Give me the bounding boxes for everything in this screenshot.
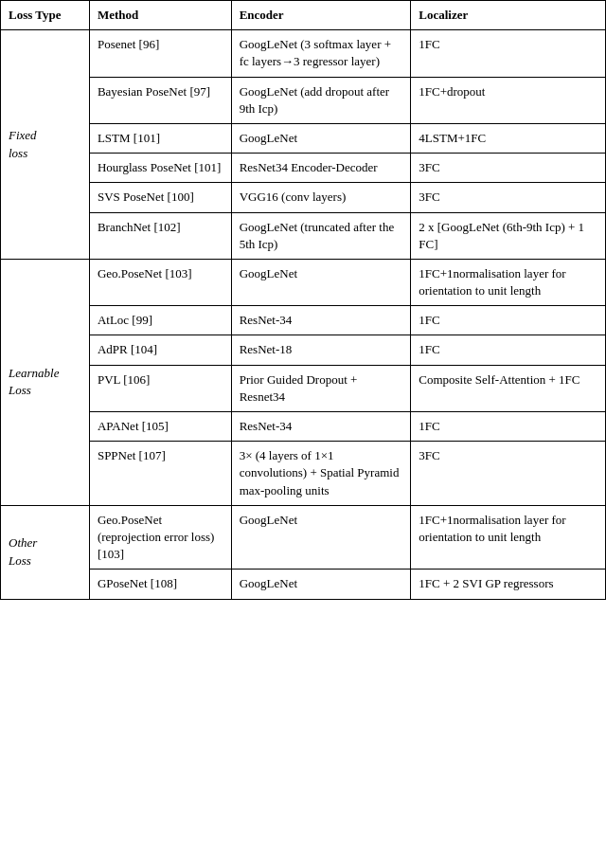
method-cell: Posenet [96] [89,30,231,77]
localizer-cell: 3FC [411,183,606,212]
encoder-cell: GoogLeNet [231,505,411,570]
localizer-cell: 3FC [411,442,606,506]
method-cell: SVS PoseNet [100] [89,183,231,212]
loss-type-cell: Fixedloss [1,30,90,260]
localizer-cell: 2 x [GoogLeNet (6th-9th Icp) + 1 FC] [411,212,606,259]
localizer-cell: 1FC+1normalisation layer for orientation… [411,505,606,570]
method-cell: LSTM [101] [89,123,231,153]
localizer-cell: 1FC [411,30,606,77]
encoder-cell: GoogLeNet [231,259,411,305]
loss-type-cell: OtherLoss [1,505,90,599]
loss-type-cell: LearnableLoss [1,259,90,505]
table-row: BranchNet [102]GoogLeNet (truncated afte… [1,212,606,259]
method-cell: AtLoc [99] [89,306,231,335]
table-row: AtLoc [99]ResNet-341FC [1,306,606,335]
localizer-cell: Composite Self-Attention + 1FC [411,365,606,411]
encoder-cell: Prior Guided Dropout + Resnet34 [231,365,411,411]
localizer-cell: 1FC [411,412,606,442]
table-row: SVS PoseNet [100]VGG16 (conv layers)3FC [1,183,606,212]
col-header-loss-type: Loss Type [1,1,90,30]
method-cell: AdPR [104] [89,335,231,365]
header-row: Loss Type Method Encoder Localizer [1,1,606,30]
col-header-method: Method [89,1,231,30]
method-cell: Geo.PoseNet (reprojection error loss) [1… [89,505,231,570]
encoder-cell: GoogLeNet [231,123,411,153]
encoder-cell: 3× (4 layers of 1×1 convolutions) + Spat… [231,442,411,506]
encoder-cell: GoogLeNet (truncated after the 5th Icp) [231,212,411,259]
encoder-cell: ResNet-34 [231,306,411,335]
method-cell: BranchNet [102] [89,212,231,259]
method-cell: Bayesian PoseNet [97] [89,77,231,123]
table-row: PVL [106]Prior Guided Dropout + Resnet34… [1,365,606,411]
table-row: APANet [105]ResNet-341FC [1,412,606,442]
localizer-cell: 3FC [411,154,606,183]
encoder-cell: GoogLeNet (3 softmax layer + fc layers→3… [231,30,411,77]
method-cell: Hourglass PoseNet [101] [89,154,231,183]
col-header-encoder: Encoder [231,1,411,30]
encoder-cell: ResNet-18 [231,335,411,365]
localizer-cell: 1FC+1normalisation layer for orientation… [411,259,606,305]
table-row: SPPNet [107]3× (4 layers of 1×1 convolut… [1,442,606,506]
encoder-cell: ResNet-34 [231,412,411,442]
encoder-cell: GoogLeNet [231,570,411,599]
method-cell: PVL [106] [89,365,231,411]
method-cell: GPoseNet [108] [89,570,231,599]
localizer-cell: 4LSTM+1FC [411,123,606,153]
col-header-localizer: Localizer [411,1,606,30]
method-cell: SPPNet [107] [89,442,231,506]
table-row: AdPR [104]ResNet-181FC [1,335,606,365]
table-row: OtherLossGeo.PoseNet (reprojection error… [1,505,606,570]
localizer-cell: 1FC [411,306,606,335]
table-row: LSTM [101]GoogLeNet4LSTM+1FC [1,123,606,153]
comparison-table: Loss Type Method Encoder Localizer Fixed… [0,0,606,600]
method-cell: Geo.PoseNet [103] [89,259,231,305]
method-cell: APANet [105] [89,412,231,442]
localizer-cell: 1FC+dropout [411,77,606,123]
main-table-container: Loss Type Method Encoder Localizer Fixed… [0,0,606,600]
encoder-cell: ResNet34 Encoder-Decoder [231,154,411,183]
encoder-cell: GoogLeNet (add dropout after 9th Icp) [231,77,411,123]
localizer-cell: 1FC [411,335,606,365]
table-row: Hourglass PoseNet [101]ResNet34 Encoder-… [1,154,606,183]
localizer-cell: 1FC + 2 SVI GP regressors [411,570,606,599]
table-row: LearnableLossGeo.PoseNet [103]GoogLeNet1… [1,259,606,305]
table-row: Bayesian PoseNet [97]GoogLeNet (add drop… [1,77,606,123]
encoder-cell: VGG16 (conv layers) [231,183,411,212]
table-row: FixedlossPosenet [96]GoogLeNet (3 softma… [1,30,606,77]
table-row: GPoseNet [108]GoogLeNet1FC + 2 SVI GP re… [1,570,606,599]
